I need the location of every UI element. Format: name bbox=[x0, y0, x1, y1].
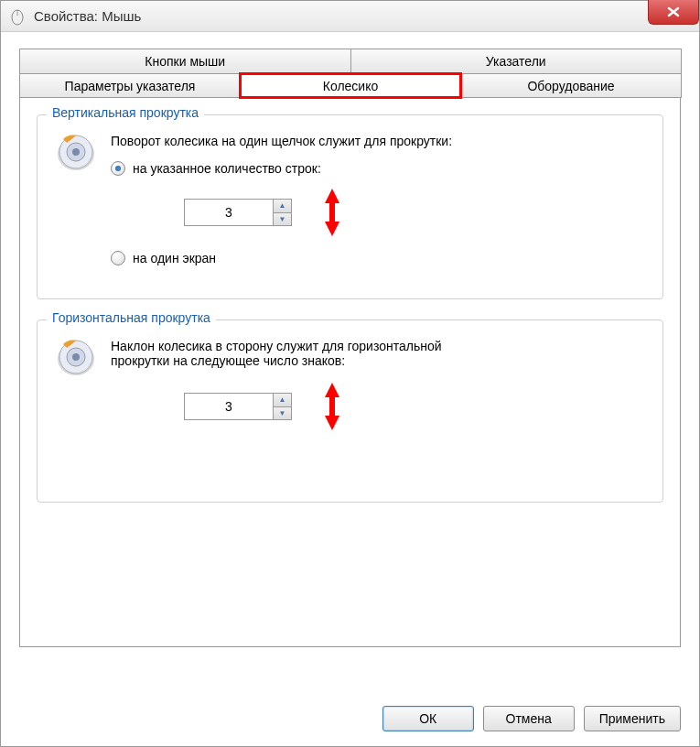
mouse-properties-dialog: Свойства: Мышь Кнопки мыши Указатели Пар… bbox=[0, 0, 700, 747]
svg-point-10 bbox=[72, 353, 80, 361]
tab-wheel[interactable]: Колесико bbox=[240, 73, 461, 98]
chars-spinner[interactable]: ▲ ▼ bbox=[184, 393, 292, 420]
vertical-description: Поворот колесика на один щелчок служит д… bbox=[111, 134, 646, 148]
cancel-button[interactable]: Отмена bbox=[483, 706, 575, 731]
chars-spinner-down[interactable]: ▼ bbox=[274, 407, 291, 420]
dialog-content: Кнопки мыши Указатели Параметры указател… bbox=[1, 32, 699, 746]
mouse-icon bbox=[8, 7, 27, 26]
chars-spinner-up[interactable]: ▲ bbox=[274, 394, 291, 407]
tab-buttons[interactable]: Кнопки мыши bbox=[19, 49, 351, 73]
vertical-scroll-group: Вертикальная прокрутка Поворот колесика … bbox=[37, 114, 663, 299]
horizontal-description: Наклон колесика в сторону служит для гор… bbox=[111, 339, 477, 368]
tab-panel-wheel: Вертикальная прокрутка Поворот колесика … bbox=[19, 98, 681, 647]
radio-screen-label: на один экран bbox=[133, 251, 216, 265]
horizontal-scroll-group: Горизонтальная прокрутка Наклон колесика… bbox=[37, 319, 663, 503]
tab-pointer-options[interactable]: Параметры указателя bbox=[19, 73, 241, 98]
lines-spinner-down[interactable]: ▼ bbox=[274, 213, 291, 226]
svg-point-6 bbox=[72, 148, 80, 156]
window-title: Свойства: Мышь bbox=[34, 8, 141, 24]
ok-button[interactable]: ОК bbox=[382, 706, 474, 731]
tab-strip: Кнопки мыши Указатели Параметры указател… bbox=[19, 49, 681, 98]
chars-input[interactable] bbox=[185, 394, 273, 419]
lines-input[interactable] bbox=[185, 200, 273, 225]
apply-button[interactable]: Применить bbox=[584, 706, 681, 731]
red-double-arrow-icon bbox=[319, 381, 345, 432]
lines-spinner-up[interactable]: ▲ bbox=[274, 200, 291, 213]
lines-spinner[interactable]: ▲ ▼ bbox=[184, 199, 292, 226]
horizontal-group-title: Горизонтальная прокрутка bbox=[47, 310, 216, 325]
radio-lines[interactable] bbox=[111, 161, 125, 176]
radio-screen[interactable] bbox=[111, 251, 125, 265]
tab-hardware[interactable]: Оборудование bbox=[460, 73, 682, 98]
svg-rect-2 bbox=[16, 11, 18, 15]
dialog-buttons: ОК Отмена Применить bbox=[382, 706, 681, 731]
close-button[interactable] bbox=[648, 0, 699, 25]
close-icon bbox=[665, 5, 682, 18]
tab-pointers[interactable]: Указатели bbox=[350, 49, 683, 73]
wheel-icon bbox=[54, 130, 98, 276]
wheel-icon bbox=[54, 335, 98, 445]
radio-lines-label: на указанное количество строк: bbox=[133, 161, 321, 176]
titlebar: Свойства: Мышь bbox=[1, 1, 699, 32]
vertical-group-title: Вертикальная прокрутка bbox=[47, 105, 204, 120]
red-double-arrow-icon bbox=[319, 187, 345, 238]
